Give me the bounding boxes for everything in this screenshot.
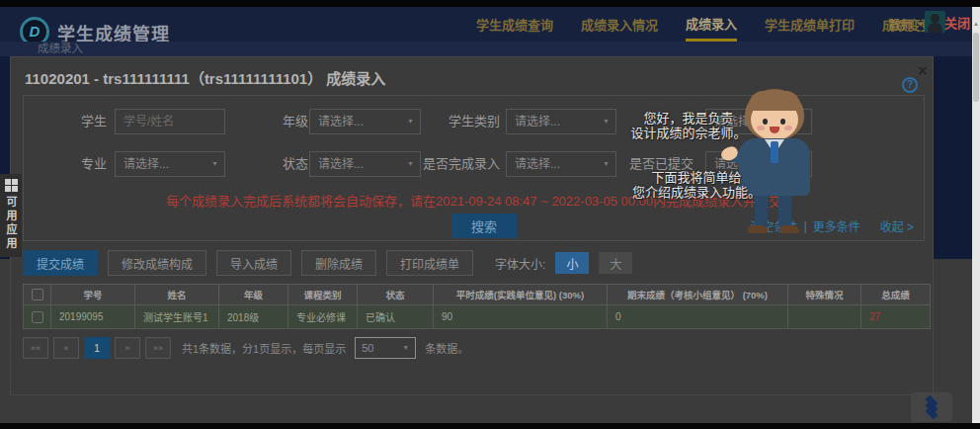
col-final-score: 期末成绩（考核小组意见） (70%) (608, 285, 788, 305)
assistant-intro-line1: 下面我将简单给 (593, 170, 800, 185)
nav-item-score-query[interactable]: 学生成绩查询 (476, 7, 553, 42)
select-all-checkbox[interactable] (32, 289, 43, 300)
layers-widget-button[interactable] (911, 392, 952, 422)
cell-daily-score: 90 (434, 305, 608, 329)
table-header-row: 学号 姓名 年级 课程类别 状态 平时成绩(实践单位意见) (30%) 期末成绩… (24, 285, 931, 305)
nav-item-entry-status[interactable]: 成绩录入情况 (581, 7, 658, 42)
nav-item-transcript-print[interactable]: 学生成绩单打印 (765, 7, 855, 42)
window-top-bar (0, 0, 980, 7)
entry-done-label: 是否完成录入 (399, 151, 500, 177)
assistant-greeting: 您好，我是负责 设计成绩的佘老师。 (585, 111, 792, 140)
available-apps-label: 可用应用 (3, 196, 19, 251)
assistant-fringe (749, 91, 800, 111)
user-role-label: 教师 (889, 16, 913, 33)
page-1-button[interactable]: 1 (84, 337, 110, 359)
user-role-menu[interactable]: 教师 ▼ (889, 7, 925, 42)
font-large-button[interactable]: 大 (599, 252, 632, 274)
first-page-button[interactable]: «« (23, 337, 48, 359)
window-bottom-bar (0, 423, 980, 429)
page-title: 11020201 - trs111111111（trs11111111101） … (25, 67, 385, 88)
assistant-shoe (748, 225, 768, 233)
scrollbar-thumb[interactable] (973, 33, 979, 102)
chevron-down-icon: ▼ (211, 152, 218, 176)
font-small-button[interactable]: 小 (555, 252, 589, 274)
cell-status: 已确认 (358, 305, 434, 329)
grade-label: 年级 (231, 109, 308, 134)
apps-grid-icon (5, 179, 18, 192)
student-type-select-value: 请选择... (515, 115, 560, 129)
next-page-button[interactable]: » (115, 337, 140, 359)
student-type-label: 学生类别 (399, 109, 500, 134)
major-select[interactable]: 请选择... ▼ (115, 151, 225, 177)
student-input[interactable] (115, 109, 225, 134)
cell-special-case (788, 305, 861, 329)
col-student-id: 学号 (51, 285, 135, 305)
close-icon[interactable]: × (918, 61, 928, 81)
assistant-leg (778, 196, 791, 227)
student-label: 学生 (24, 109, 107, 134)
avatar[interactable] (925, 11, 945, 33)
cell-course-type: 专业必修课 (288, 305, 358, 329)
import-scores-button[interactable]: 导入成绩 (216, 250, 291, 276)
col-name: 姓名 (135, 285, 219, 305)
grade-select-value: 请选择... (318, 115, 364, 129)
last-page-button[interactable]: »» (145, 337, 171, 359)
cell-final-score: 0 (608, 305, 788, 329)
cell-grade: 2018级 (219, 305, 288, 329)
assistant-shoe (779, 225, 799, 233)
cell-total-score: 27 (861, 305, 931, 329)
col-course-type: 课程类别 (288, 285, 358, 305)
search-button[interactable]: 搜索 (451, 214, 517, 238)
collapse-link[interactable]: 收起 > (880, 217, 914, 234)
row-checkbox[interactable] (32, 311, 43, 323)
submit-scores-button[interactable]: 提交成绩 (23, 250, 98, 276)
table-row: 20199095 测试学生账号1 2018级 专业必修课 已确认 90 0 27 (24, 305, 931, 329)
assistant-intro: 下面我将简单给 您介绍成绩录入功能。 (593, 170, 800, 200)
page-size-value: 50 (362, 342, 373, 354)
pagination-summary-prefix: 共1条数据，分1页显示，每页显示 (182, 340, 346, 356)
close-session-button[interactable]: 关闭 (944, 13, 970, 32)
available-apps-tab[interactable]: 可用应用 (0, 174, 22, 257)
scrollbar[interactable]: ▲ (972, 7, 980, 423)
breadcrumb[interactable]: 成绩录入 (38, 42, 83, 56)
page-backdrop-right (934, 56, 972, 259)
col-grade: 年级 (219, 285, 288, 305)
delete-scores-button[interactable]: 删除成绩 (301, 250, 376, 276)
pagination-summary-suffix: 条数据。 (425, 340, 468, 356)
assistant-greeting-line1: 您好，我是负责 (585, 111, 792, 126)
assistant-leg (755, 196, 768, 227)
col-special-case: 特殊情况 (788, 285, 861, 305)
cell-student-id: 20199095 (51, 305, 135, 329)
prev-page-button[interactable]: « (53, 337, 79, 359)
main-nav: 学生成绩查询 成绩录入情况 成绩录入 学生成绩单打印 成绩变更 (476, 7, 934, 42)
col-status: 状态 (358, 285, 434, 305)
font-size-label: 字体大小: (495, 255, 545, 272)
nav-item-score-entry[interactable]: 成绩录入 (686, 7, 737, 42)
col-total-score: 总成绩 (861, 285, 931, 305)
help-icon[interactable]: ? (902, 77, 918, 93)
cell-name: 测试学生账号1 (135, 305, 219, 329)
table-toolbar: 提交成绩 修改成绩构成 导入成绩 删除成绩 打印成绩单 字体大小: 小 大 (23, 250, 632, 276)
print-transcript-button[interactable]: 打印成绩单 (386, 250, 473, 276)
assistant-greeting-line2: 设计成绩的佘老师。 (585, 126, 792, 140)
modify-score-structure-button[interactable]: 修改成绩构成 (108, 250, 206, 276)
chevron-down-icon: ▼ (917, 20, 925, 29)
status-label: 状态 (231, 151, 308, 177)
assistant-tie (771, 141, 778, 163)
breadcrumb-bar: 成绩录入 (0, 42, 980, 56)
col-daily-score: 平时成绩(实践单位意见) (30%) (434, 285, 608, 305)
scores-table: 学号 姓名 年级 课程类别 状态 平时成绩(实践单位意见) (30%) 期末成绩… (23, 284, 931, 329)
major-select-value: 请选择... (123, 157, 169, 171)
scrollbar-up-icon[interactable]: ▲ (972, 7, 980, 27)
status-select-value: 请选择... (318, 157, 364, 171)
chevron-down-icon: ▼ (402, 338, 409, 358)
page-size-select[interactable]: 50 ▼ (355, 337, 416, 359)
major-label: 专业 (24, 151, 107, 177)
assistant-intro-line2: 您介绍成绩录入功能。 (593, 185, 800, 200)
screen: D 学生成绩管理 学生成绩查询 成绩录入情况 成绩录入 学生成绩单打印 成绩变更… (0, 0, 980, 429)
entry-done-select-value: 请选择... (515, 157, 560, 171)
pagination: «« « 1 » »» 共1条数据，分1页显示，每页显示 50 ▼ 条数据。 (23, 337, 468, 359)
